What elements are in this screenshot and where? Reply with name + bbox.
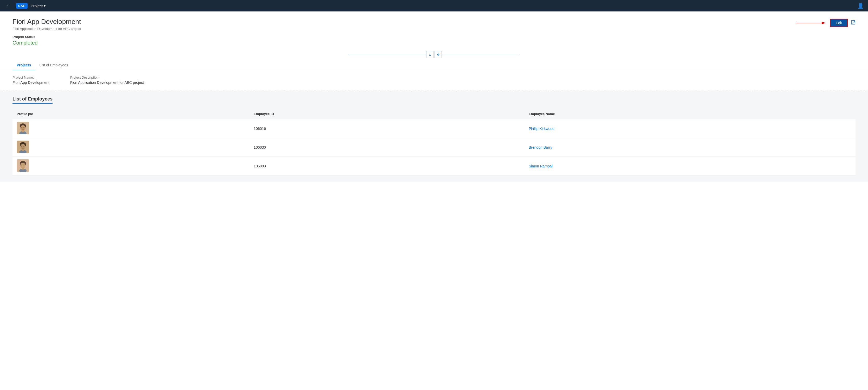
project-status-label: Project Status [12,35,856,39]
svg-rect-18 [22,149,24,151]
table-row: 106030Brendon Barry [12,138,856,157]
svg-point-6 [22,127,22,128]
cell-employee-name-1[interactable]: Phillip Kirkwood [525,119,856,138]
svg-point-21 [20,163,26,169]
svg-marker-1 [822,22,826,24]
project-nav[interactable]: Project ▾ [31,3,46,8]
table-header: Profile pic Employee ID Employee Name [12,109,856,119]
cell-employee-id-1: 106016 [250,119,525,138]
table-header-row: Profile pic Employee ID Employee Name [12,109,856,119]
project-name-value: Fiori App Development [12,81,50,85]
field-project-name: Project Name: Fiori App Development [12,76,50,85]
project-nav-label: Project [31,4,43,8]
cell-avatar-2 [12,138,250,157]
page-content: Fiori App Development Fiori Application … [0,11,868,390]
cell-employee-id-3: 106003 [250,157,525,176]
cell-employee-name-2[interactable]: Brendon Barry [525,138,856,157]
edit-button[interactable]: Edit [830,19,848,27]
col-profile-pic: Profile pic [12,109,250,119]
divider-line-right [442,55,520,55]
tab-bar: Projects List of Employees [0,60,868,70]
table-row: 106016Phillip Kirkwood [12,119,856,138]
app-header: ← SAP Project ▾ 👤 [0,0,868,11]
project-description-label: Project Description: [70,76,144,80]
employee-table: Profile pic Employee ID Employee Name [12,109,856,176]
employees-section: List of Employees Profile pic Employee I… [0,90,868,182]
employee-name-link-1[interactable]: Phillip Kirkwood [529,126,555,131]
collapse-up-button[interactable]: ∧ [426,51,433,58]
employees-section-title: List of Employees [12,96,53,103]
back-button[interactable]: ← [4,2,13,10]
svg-rect-10 [22,130,24,132]
cell-employee-name-3[interactable]: Simon Rampal [525,157,856,176]
header-user-icon[interactable]: 👤 [857,3,864,9]
sap-logo: SAP [16,3,28,8]
svg-point-16 [23,147,23,148]
field-project-description: Project Description: Fiori Application D… [70,76,144,85]
header-left: ← SAP Project ▾ [4,2,46,10]
table-body: 106016Phillip Kirkwood 106030Brendon Bar… [12,119,856,176]
svg-rect-26 [22,168,24,170]
cell-employee-id-2: 106030 [250,138,525,157]
page-subtitle: Fiori Application Development for ABC pr… [12,27,856,31]
divider-icons: ∧ ⚙ [426,51,442,58]
svg-point-7 [24,127,25,128]
svg-point-5 [20,125,26,131]
employee-name-link-3[interactable]: Simon Rampal [529,164,553,168]
svg-point-15 [24,146,25,147]
col-employee-name: Employee Name [525,109,856,119]
project-description-value: Fiori Application Development for ABC pr… [70,81,144,85]
employee-name-link-2[interactable]: Brendon Barry [529,145,552,149]
edit-area: Edit [796,19,856,27]
section-divider: ∧ ⚙ [0,49,868,60]
svg-point-22 [22,165,22,166]
divider-line-left [348,55,426,55]
settings-button[interactable]: ⚙ [435,51,442,58]
project-nav-dropdown-icon: ▾ [44,3,46,8]
svg-point-13 [20,144,26,150]
cell-avatar-3 [12,157,250,176]
tab-list-of-employees[interactable]: List of Employees [35,60,72,70]
project-details-section: Project Name: Fiori App Development Proj… [0,70,868,90]
external-link-icon[interactable] [851,20,856,26]
cell-avatar-1 [12,119,250,138]
page-title: Fiori App Development [12,18,856,26]
svg-point-23 [24,165,25,166]
tab-projects[interactable]: Projects [12,60,35,70]
project-fields: Project Name: Fiori App Development Proj… [12,76,856,85]
project-name-label: Project Name: [12,76,50,80]
red-arrow-indicator [796,20,827,26]
svg-point-8 [23,128,23,129]
project-status-value: Completed [12,40,856,46]
page-header: Fiori App Development Fiori Application … [0,11,868,46]
table-row: 106003Simon Rampal [12,157,856,176]
col-employee-id: Employee ID [250,109,525,119]
svg-point-14 [22,146,22,147]
svg-point-24 [23,166,23,167]
